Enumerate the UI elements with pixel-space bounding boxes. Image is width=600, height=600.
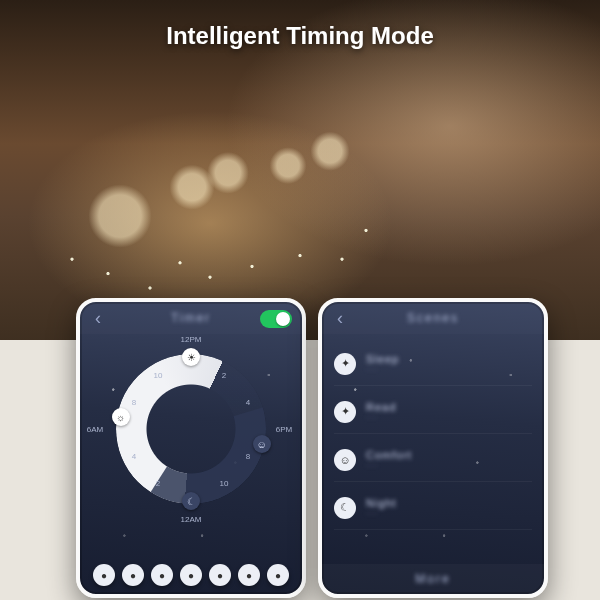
preset-button[interactable]: ● [93, 564, 115, 586]
scene-label: Sleep [366, 353, 532, 365]
dial-tick: 4 [132, 452, 136, 461]
preset-row: ●●●●●●● [80, 564, 302, 586]
phone-scenes-title: Scenes [407, 311, 459, 325]
phone-scenes-topbar: ‹ Scenes [322, 302, 544, 334]
scene-sub: · · · [366, 413, 532, 422]
preset-button[interactable]: ● [267, 564, 289, 586]
timer-toggle[interactable] [260, 310, 292, 328]
dial-tick: 8 [132, 398, 136, 407]
dial-label-bottom: 12AM [181, 515, 202, 524]
scene-sub: · · · [366, 461, 532, 470]
scene-icon: ☾ [334, 497, 356, 519]
preset-button[interactable]: ● [122, 564, 144, 586]
phone-scenes: ‹ Scenes ✦Sleep· · ·✦Read· · ·☺Comfort· … [318, 298, 548, 598]
dial-label-right: 6PM [276, 425, 292, 434]
dial-tick: 4 [246, 398, 250, 407]
back-icon[interactable]: ‹ [86, 302, 110, 334]
sun-icon[interactable]: ☀ [182, 348, 200, 366]
scenes-footer-label: More [415, 572, 450, 586]
moon-icon[interactable]: ☾ [182, 492, 200, 510]
dial-tick: 8 [246, 452, 250, 461]
scene-label: Comfort [366, 449, 532, 461]
phone-timer-title: Timer [171, 311, 211, 325]
dial-tick: 2 [156, 479, 160, 488]
scene-icon: ✦ [334, 401, 356, 423]
preset-button[interactable]: ● [151, 564, 173, 586]
smile-icon[interactable]: ☺ [253, 435, 271, 453]
back-icon[interactable]: ‹ [328, 302, 352, 334]
dial-label-top: 12PM [181, 335, 202, 344]
scene-list: ✦Sleep· · ·✦Read· · ·☺Comfort· · ·☾Night… [322, 334, 544, 530]
phone-timer-topbar: ‹ Timer [80, 302, 302, 334]
dial-tick: 2 [222, 371, 226, 380]
phone-timer: ‹ Timer ☀ ☺ ☾ ☼ 12PM 6PM 12AM 6AM 2 4 8 … [76, 298, 306, 598]
scene-label: Night [366, 497, 532, 509]
dial-tick: 10 [220, 479, 229, 488]
preset-button[interactable]: ● [238, 564, 260, 586]
scene-sub: · · · [366, 509, 532, 518]
scene-icon: ☺ [334, 449, 356, 471]
scene-item[interactable]: ☺Comfort· · · [334, 438, 532, 482]
scene-item[interactable]: ✦Sleep· · · [334, 342, 532, 386]
scenes-footer[interactable]: More [322, 564, 544, 594]
dial-tick: 10 [154, 371, 163, 380]
scene-icon: ✦ [334, 353, 356, 375]
page-title: Intelligent Timing Mode [0, 22, 600, 50]
scene-item[interactable]: ☾Night· · · [334, 486, 532, 530]
dial-label-left: 6AM [87, 425, 103, 434]
scene-label: Read [366, 401, 532, 413]
time-dial[interactable]: ☀ ☺ ☾ ☼ 12PM 6PM 12AM 6AM 2 4 8 10 2 4 8… [116, 354, 266, 504]
preset-button[interactable]: ● [180, 564, 202, 586]
preset-button[interactable]: ● [209, 564, 231, 586]
sunrise-icon[interactable]: ☼ [112, 408, 130, 426]
scene-item[interactable]: ✦Read· · · [334, 390, 532, 434]
scene-sub: · · · [366, 365, 532, 374]
